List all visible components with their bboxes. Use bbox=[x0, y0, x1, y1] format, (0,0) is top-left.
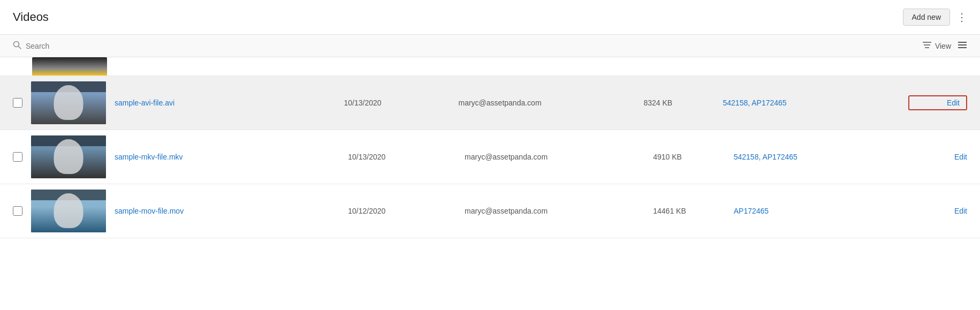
row-1-size: 8324 KB bbox=[644, 99, 715, 107]
row-3-linked[interactable]: AP172465 bbox=[734, 207, 914, 215]
row-2-linked[interactable]: 542158, AP172465 bbox=[734, 153, 914, 161]
row-2-email: maryc@assetpanda.com bbox=[465, 153, 644, 161]
search-icon bbox=[13, 41, 21, 51]
row-3-thumbnail bbox=[31, 190, 106, 232]
list-icon[interactable] bbox=[958, 40, 967, 51]
view-button[interactable]: View bbox=[922, 41, 951, 51]
table-row: sample-mov-file.mov 10/12/2020 maryc@ass… bbox=[0, 184, 980, 238]
row-3-checkbox[interactable] bbox=[13, 206, 22, 216]
row-3-date: 10/12/2020 bbox=[348, 207, 456, 215]
search-right-controls: View bbox=[922, 40, 967, 51]
table-row: sample-avi-file.avi 10/13/2020 maryc@ass… bbox=[0, 76, 980, 130]
row-2-filename[interactable]: sample-mkv-file.mkv bbox=[115, 153, 339, 161]
row-1-date: 10/13/2020 bbox=[344, 99, 450, 107]
partial-thumbnail bbox=[32, 57, 107, 76]
row-1-filename[interactable]: sample-avi-file.avi bbox=[115, 99, 336, 107]
filter-icon bbox=[922, 41, 932, 51]
row-3-edit-button[interactable]: Edit bbox=[922, 207, 967, 215]
table-row: sample-mkv-file.mkv 10/13/2020 maryc@ass… bbox=[0, 130, 980, 184]
row-3-filename[interactable]: sample-mov-file.mov bbox=[115, 207, 339, 215]
row-3-size: 14461 KB bbox=[653, 207, 725, 215]
row-2-edit-button[interactable]: Edit bbox=[922, 153, 967, 161]
search-input[interactable] bbox=[26, 42, 918, 50]
view-label: View bbox=[935, 42, 951, 50]
row-1-linked[interactable]: 542158, AP172465 bbox=[723, 99, 900, 107]
add-new-button[interactable]: Add new bbox=[903, 9, 950, 26]
row-2-checkbox[interactable] bbox=[13, 152, 22, 162]
page-title: Videos bbox=[13, 10, 49, 24]
row-2-size: 4910 KB bbox=[653, 153, 725, 161]
row-2-thumbnail bbox=[31, 135, 106, 178]
videos-table: sample-avi-file.avi 10/13/2020 maryc@ass… bbox=[0, 57, 980, 238]
page-header: Videos Add new ⋮ bbox=[0, 0, 980, 34]
more-options-icon[interactable]: ⋮ bbox=[956, 11, 967, 24]
partial-row bbox=[0, 57, 980, 76]
search-bar: View bbox=[0, 34, 980, 57]
row-1-email: maryc@assetpanda.com bbox=[459, 99, 635, 107]
row-2-date: 10/13/2020 bbox=[348, 153, 456, 161]
row-1-thumbnail bbox=[31, 81, 106, 124]
row-1-edit-button[interactable]: Edit bbox=[908, 95, 968, 110]
header-actions: Add new ⋮ bbox=[903, 9, 967, 26]
row-3-email: maryc@assetpanda.com bbox=[465, 207, 644, 215]
svg-line-1 bbox=[19, 46, 21, 49]
row-1-checkbox[interactable] bbox=[13, 98, 22, 108]
